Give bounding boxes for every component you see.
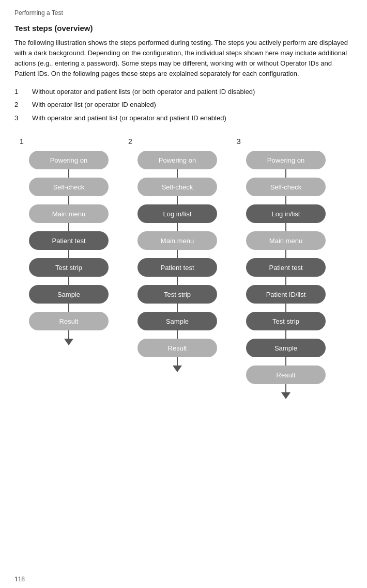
step-connector <box>285 169 286 178</box>
step-group: Result <box>246 365 326 384</box>
step-connector <box>285 250 286 258</box>
step-group: Powering on <box>29 151 109 178</box>
list-number: 3 <box>14 113 24 123</box>
step-connector <box>285 330 286 339</box>
step-group: Sample <box>29 285 109 312</box>
step-box: Patient test <box>246 258 326 277</box>
step-group: Sample <box>246 339 326 365</box>
step-box: Sample <box>137 312 217 330</box>
arrow-down-icon <box>281 392 290 399</box>
column-number-2: 2 <box>128 137 132 146</box>
step-connector <box>68 169 69 178</box>
step-connector <box>68 250 69 258</box>
step-group: Powering on <box>137 151 217 178</box>
step-group: Patient ID/list <box>246 285 326 312</box>
step-group: Main menu <box>29 204 109 231</box>
list-text: With operator and patient list (or opera… <box>32 113 226 123</box>
step-group: Test strip <box>29 258 109 285</box>
step-box: Sample <box>246 339 326 357</box>
step-box: Result <box>137 339 217 357</box>
step-group: Sample <box>137 312 217 339</box>
step-box: Test strip <box>29 258 109 277</box>
step-box: Powering on <box>246 151 326 169</box>
column-number-1: 1 <box>20 137 24 146</box>
list-text: With operator list (or operator ID enabl… <box>32 100 156 110</box>
step-box: Log in/list <box>246 204 326 223</box>
step-group: Powering on <box>246 151 326 178</box>
step-box: Main menu <box>29 204 109 223</box>
step-box: Sample <box>29 285 109 304</box>
column-number-3: 3 <box>237 137 241 146</box>
list-item: 3With operator and patient list (or oper… <box>14 113 353 123</box>
step-group: Test strip <box>246 312 326 339</box>
step-group: Patient test <box>246 258 326 285</box>
step-box: Test strip <box>246 312 326 330</box>
arrow-down-icon <box>64 339 73 345</box>
step-connector <box>177 330 178 339</box>
step-connector <box>68 196 69 204</box>
step-box: Log in/list <box>137 204 217 223</box>
step-connector <box>68 277 69 285</box>
step-connector <box>177 304 178 312</box>
step-connector <box>68 223 69 231</box>
diagram-column-1: 1Powering onSelf-checkMain menuPatient t… <box>14 137 123 399</box>
step-group: Log in/list <box>246 204 326 231</box>
step-group: Self-check <box>29 178 109 204</box>
step-group: Self-check <box>137 178 217 204</box>
arrow-down-icon <box>173 365 182 372</box>
breadcrumb: Performing a Test <box>14 9 353 17</box>
diagram-column-3: 3Powering onSelf-checkLog in/listMain me… <box>232 137 340 399</box>
page-number: 118 <box>14 576 25 583</box>
step-connector <box>177 223 178 231</box>
step-connector <box>177 250 178 258</box>
arrow-connector <box>285 384 286 392</box>
step-box: Test strip <box>137 285 217 304</box>
list-text: Without operator and patient lists (or b… <box>32 87 255 97</box>
list-item: 2With operator list (or operator ID enab… <box>14 100 353 110</box>
step-box: Patient test <box>29 231 109 250</box>
step-box: Main menu <box>246 231 326 250</box>
list-item: 1Without operator and patient lists (or … <box>14 87 353 97</box>
step-box: Self-check <box>246 178 326 196</box>
step-connector <box>68 304 69 312</box>
step-group: Patient test <box>29 231 109 258</box>
step-box: Result <box>246 365 326 384</box>
intro-text: The following illustration shows the ste… <box>14 38 353 80</box>
list-number: 2 <box>14 100 24 110</box>
diagram-column-2: 2Powering onSelf-checkLog in/listMain me… <box>123 137 232 399</box>
list-number: 1 <box>14 87 24 97</box>
diagram: 1Powering onSelf-checkMain menuPatient t… <box>14 137 353 399</box>
step-connector <box>177 196 178 204</box>
step-box: Self-check <box>137 178 217 196</box>
step-connector <box>285 277 286 285</box>
arrow-connector <box>177 357 178 365</box>
step-group: Test strip <box>137 285 217 312</box>
numbered-list: 1Without operator and patient lists (or … <box>14 87 353 123</box>
step-connector <box>285 357 286 365</box>
step-box: Result <box>29 312 109 330</box>
arrow-connector <box>68 330 69 339</box>
step-box: Main menu <box>137 231 217 250</box>
step-group: Patient test <box>137 258 217 285</box>
step-group: Result <box>137 339 217 357</box>
step-box: Patient test <box>137 258 217 277</box>
section-title: Test steps (overview) <box>14 24 353 33</box>
step-connector <box>285 223 286 231</box>
step-group: Main menu <box>246 231 326 258</box>
step-connector <box>285 304 286 312</box>
step-box: Powering on <box>29 151 109 169</box>
step-connector <box>285 196 286 204</box>
step-box: Powering on <box>137 151 217 169</box>
step-group: Main menu <box>137 231 217 258</box>
step-group: Log in/list <box>137 204 217 231</box>
step-box: Patient ID/list <box>246 285 326 304</box>
step-connector <box>177 169 178 178</box>
step-group: Self-check <box>246 178 326 204</box>
step-connector <box>177 277 178 285</box>
step-box: Self-check <box>29 178 109 196</box>
step-group: Result <box>29 312 109 330</box>
